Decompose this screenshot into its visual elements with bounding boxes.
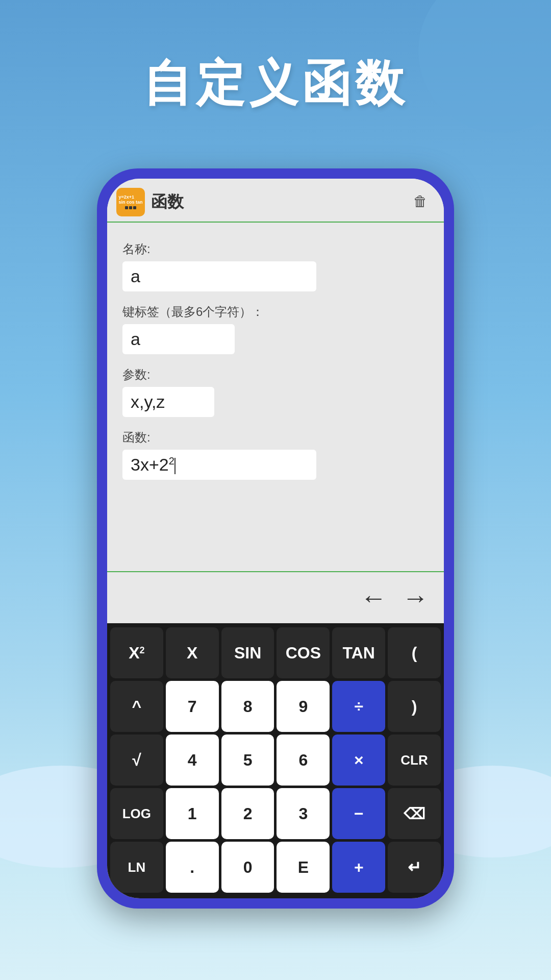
kb-x[interactable]: X [166,627,219,678]
kb-row-2: ^ 7 8 9 ÷ ) [110,681,441,732]
kb-sqrt[interactable]: √ [110,734,163,786]
phone-screen: y=2x+1sin cos tan 函数 🗑 名称: a 键标签（最多6个字符）… [107,179,444,898]
phone-device: y=2x+1sin cos tan 函数 🗑 名称: a 键标签（最多6个字符）… [97,168,454,909]
app-icon-dots [125,206,136,209]
back-arrow-button[interactable]: ← [360,582,387,613]
function-value: 3x+22 [131,455,174,474]
params-input[interactable]: x,y,z [122,387,214,417]
app-icon-formula: y=2x+1sin cos tan [118,195,142,205]
kb-x-squared[interactable]: X2 [110,627,163,678]
kb-2[interactable]: 2 [221,788,274,839]
kb-cos[interactable]: COS [277,627,330,678]
kb-clr[interactable]: CLR [388,734,441,786]
backspace-icon: ⌫ [404,805,425,823]
kb-3[interactable]: 3 [277,788,330,839]
function-label: 函数: [122,429,429,446]
page-title: 自定义函数 [0,51,551,117]
forward-arrow-button[interactable]: → [402,582,429,613]
kb-1[interactable]: 1 [166,788,219,839]
app-header: y=2x+1sin cos tan 函数 🗑 [107,179,444,223]
app-icon: y=2x+1sin cos tan [116,188,145,216]
kb-5[interactable]: 5 [221,734,274,786]
key-label: 键标签（最多6个字符）： [122,304,429,320]
keyboard: X2 X SIN COS TAN ( ^ 7 8 9 ÷ ) √ 4 5 [107,623,444,898]
kb-7[interactable]: 7 [166,681,219,732]
function-input[interactable]: 3x+22 [122,450,316,480]
kb-9[interactable]: 9 [277,681,330,732]
kb-row-5: LN . 0 E + ↵ [110,842,441,893]
kb-sin[interactable]: SIN [221,627,274,678]
kb-dot[interactable]: . [166,842,219,893]
key-input[interactable]: a [122,324,235,354]
kb-0[interactable]: 0 [221,842,274,893]
kb-4[interactable]: 4 [166,734,219,786]
kb-6[interactable]: 6 [277,734,330,786]
kb-minus[interactable]: − [332,788,385,839]
kb-close-paren[interactable]: ) [388,681,441,732]
kb-plus[interactable]: + [332,842,385,893]
kb-open-paren[interactable]: ( [388,627,441,678]
kb-divide[interactable]: ÷ [332,681,385,732]
kb-8[interactable]: 8 [221,681,274,732]
kb-multiply[interactable]: × [332,734,385,786]
kb-tan[interactable]: TAN [332,627,385,678]
kb-ln[interactable]: LN [110,842,163,893]
kb-caret[interactable]: ^ [110,681,163,732]
params-label: 参数: [122,366,429,383]
name-input[interactable]: a [122,261,316,291]
kb-row-3: √ 4 5 6 × CLR [110,734,441,786]
nav-row: ← → [107,571,444,623]
kb-log[interactable]: LOG [110,788,163,839]
name-label: 名称: [122,241,429,257]
text-cursor [174,458,176,474]
trash-button[interactable]: 🗑 [413,193,432,211]
kb-e[interactable]: E [277,842,330,893]
app-title: 函数 [151,191,413,213]
kb-backspace[interactable]: ⌫ [388,788,441,839]
kb-row-1: X2 X SIN COS TAN ( [110,627,441,678]
kb-row-4: LOG 1 2 3 − ⌫ [110,788,441,839]
kb-enter[interactable]: ↵ [388,842,441,893]
form-area: 名称: a 键标签（最多6个字符）： a 参数: x,y,z 函数: 3x+22 [107,223,444,571]
